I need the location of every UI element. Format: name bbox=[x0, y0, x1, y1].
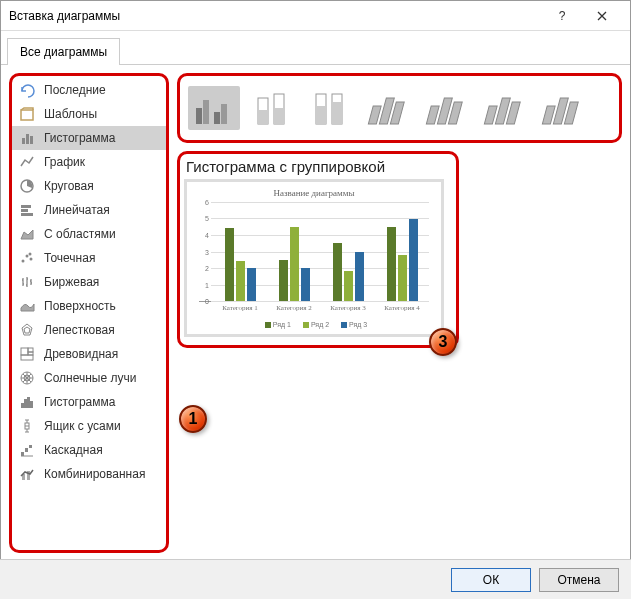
svg-rect-7 bbox=[21, 213, 33, 216]
svg-marker-13 bbox=[24, 327, 30, 333]
scatter-icon bbox=[18, 249, 36, 267]
clustered-column-icon bbox=[190, 88, 238, 128]
sidebar-item-label: Гистограмма bbox=[44, 395, 115, 409]
svg-rect-25 bbox=[21, 452, 24, 456]
svg-rect-0 bbox=[21, 110, 33, 120]
subtype-stacked-column[interactable] bbox=[246, 86, 298, 130]
chart-plot: 0123456 bbox=[199, 202, 429, 302]
sidebar-item-pie[interactable]: Круговая bbox=[12, 174, 166, 198]
titlebar: Вставка диаграммы ? bbox=[1, 1, 630, 31]
percent-stacked-3d-icon bbox=[480, 88, 528, 128]
sunburst-icon bbox=[18, 369, 36, 387]
stacked-column-icon bbox=[248, 88, 296, 128]
sidebar-item-label: Ящик с усами bbox=[44, 419, 121, 433]
sidebar-item-label: Биржевая bbox=[44, 275, 99, 289]
svg-rect-41 bbox=[332, 102, 342, 124]
sidebar-item-radar[interactable]: Лепестковая bbox=[12, 318, 166, 342]
help-button[interactable]: ? bbox=[542, 2, 582, 30]
surface-icon bbox=[18, 297, 36, 315]
close-button[interactable] bbox=[582, 2, 622, 30]
stock-icon bbox=[18, 273, 36, 291]
svg-rect-3 bbox=[30, 136, 33, 144]
subtype-clustered-3d[interactable] bbox=[362, 86, 414, 130]
svg-rect-21 bbox=[24, 399, 27, 408]
subtype-clustered-column[interactable] bbox=[188, 86, 240, 130]
chart-legend: Ряд 1Ряд 2Ряд 3 bbox=[193, 316, 435, 330]
sidebar-item-templates[interactable]: Шаблоны bbox=[12, 102, 166, 126]
clustered-3d-icon bbox=[364, 88, 412, 128]
chart-subtype-title: Гистограмма с группировкой bbox=[186, 158, 452, 175]
sidebar-item-label: Древовидная bbox=[44, 347, 118, 361]
sidebar-item-treemap[interactable]: Древовидная bbox=[12, 342, 166, 366]
svg-rect-6 bbox=[21, 209, 28, 212]
chart-preview-panel: Гистограмма с группировкой Название диаг… bbox=[177, 151, 459, 348]
combo-icon bbox=[18, 465, 36, 483]
svg-rect-42 bbox=[368, 106, 381, 124]
sidebar-item-recent[interactable]: Последние bbox=[12, 78, 166, 102]
sidebar-item-label: Последние bbox=[44, 83, 106, 97]
column-icon bbox=[18, 129, 36, 147]
treemap-icon bbox=[18, 345, 36, 363]
sidebar-item-scatter[interactable]: Точечная bbox=[12, 246, 166, 270]
sidebar-item-sunburst[interactable]: Солнечные лучи bbox=[12, 366, 166, 390]
histogram-icon bbox=[18, 393, 36, 411]
svg-rect-2 bbox=[26, 134, 29, 144]
subtype-percent-stacked-3d[interactable] bbox=[478, 86, 530, 130]
svg-rect-17 bbox=[21, 355, 33, 360]
svg-rect-37 bbox=[274, 108, 284, 124]
sidebar-item-stock[interactable]: Биржевая bbox=[12, 270, 166, 294]
svg-rect-48 bbox=[484, 106, 497, 124]
sidebar-item-line[interactable]: График bbox=[12, 150, 166, 174]
svg-point-11 bbox=[29, 253, 32, 256]
dialog-button-bar: ОК Отмена bbox=[0, 559, 631, 599]
svg-rect-30 bbox=[196, 108, 202, 124]
sidebar-item-boxwhisker[interactable]: Ящик с усами bbox=[12, 414, 166, 438]
chart-preview[interactable]: Название диаграммы 0123456 Категория 1Ка… bbox=[184, 179, 444, 337]
recent-icon bbox=[18, 81, 36, 99]
waterfall-icon bbox=[18, 441, 36, 459]
sidebar-item-label: Солнечные лучи bbox=[44, 371, 136, 385]
svg-rect-23 bbox=[30, 401, 33, 408]
chart-subtype-list bbox=[177, 73, 622, 143]
svg-rect-27 bbox=[29, 445, 32, 448]
subtype-percent-stacked-column[interactable] bbox=[304, 86, 356, 130]
sidebar-item-label: Шаблоны bbox=[44, 107, 97, 121]
svg-rect-45 bbox=[426, 106, 439, 124]
sidebar-item-label: С областями bbox=[44, 227, 116, 241]
svg-rect-20 bbox=[21, 403, 24, 408]
chart-category-list: ПоследниеШаблоныГистограммаГрафикКругова… bbox=[9, 73, 169, 553]
sidebar-item-label: Точечная bbox=[44, 251, 95, 265]
svg-point-8 bbox=[22, 260, 25, 263]
area-icon bbox=[18, 225, 36, 243]
svg-point-9 bbox=[26, 255, 29, 258]
sidebar-item-label: Круговая bbox=[44, 179, 94, 193]
column-3d-icon bbox=[538, 88, 586, 128]
svg-rect-33 bbox=[221, 104, 227, 124]
sidebar-item-area[interactable]: С областями bbox=[12, 222, 166, 246]
sidebar-item-column[interactable]: Гистограмма bbox=[12, 126, 166, 150]
sidebar-item-histogram[interactable]: Гистограмма bbox=[12, 390, 166, 414]
svg-rect-32 bbox=[214, 112, 220, 124]
subtype-stacked-3d[interactable] bbox=[420, 86, 472, 130]
svg-rect-5 bbox=[21, 205, 31, 208]
right-pane: Гистограмма с группировкой Название диаг… bbox=[177, 73, 622, 553]
line-icon bbox=[18, 153, 36, 171]
sidebar-item-combo[interactable]: Комбинированная bbox=[12, 462, 166, 486]
svg-rect-14 bbox=[21, 348, 28, 355]
chart-x-labels: Категория 1Категория 2Категория 3Категор… bbox=[213, 304, 429, 312]
svg-rect-39 bbox=[316, 106, 326, 124]
ok-button[interactable]: ОК bbox=[451, 568, 531, 592]
svg-rect-31 bbox=[203, 100, 209, 124]
svg-rect-15 bbox=[28, 348, 33, 352]
percent-stacked-column-icon bbox=[306, 88, 354, 128]
sidebar-item-waterfall[interactable]: Каскадная bbox=[12, 438, 166, 462]
sidebar-item-label: Лепестковая bbox=[44, 323, 115, 337]
sidebar-item-surface[interactable]: Поверхность bbox=[12, 294, 166, 318]
tab-all-charts[interactable]: Все диаграммы bbox=[7, 38, 120, 65]
cancel-button[interactable]: Отмена bbox=[539, 568, 619, 592]
boxwhisker-icon bbox=[18, 417, 36, 435]
subtype-column-3d[interactable] bbox=[536, 86, 588, 130]
window-title: Вставка диаграммы bbox=[9, 9, 542, 23]
sidebar-item-bar[interactable]: Линейчатая bbox=[12, 198, 166, 222]
sidebar-item-label: Каскадная bbox=[44, 443, 103, 457]
